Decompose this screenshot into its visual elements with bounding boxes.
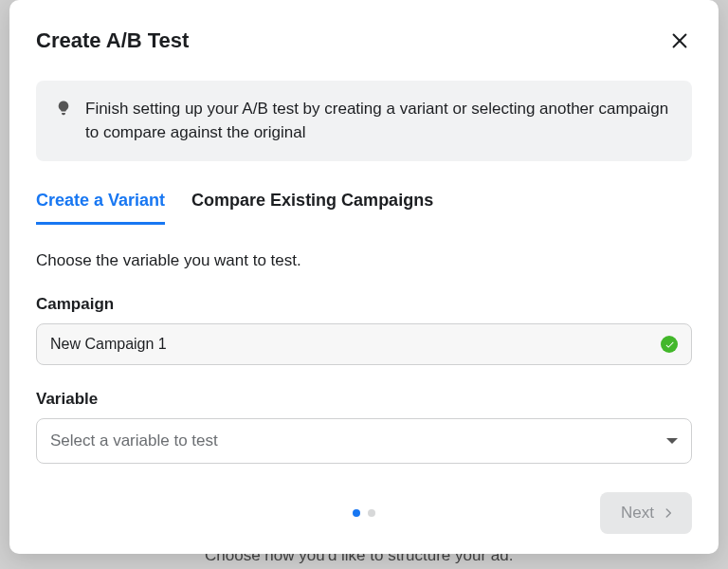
info-banner: Finish setting up your A/B test by creat… [36, 81, 692, 161]
step-dot-2 [368, 509, 375, 517]
tab-create-variant[interactable]: Create a Variant [36, 191, 165, 225]
next-button[interactable]: Next [600, 492, 692, 534]
campaign-value: New Campaign 1 [50, 336, 167, 353]
chevron-right-icon [662, 506, 675, 520]
next-button-label: Next [621, 504, 654, 523]
variable-select[interactable]: Select a variable to test [36, 418, 692, 464]
close-icon [669, 30, 690, 51]
modal-footer: Next [36, 491, 692, 535]
step-indicator [353, 509, 375, 517]
tab-compare-campaigns[interactable]: Compare Existing Campaigns [191, 191, 433, 225]
ab-test-modal: Create A/B Test Finish setting up your A… [9, 0, 719, 554]
modal-header: Create A/B Test [36, 28, 692, 56]
close-button[interactable] [667, 28, 692, 56]
campaign-label: Campaign [36, 295, 692, 314]
prompt-text: Choose the variable you want to test. [36, 251, 692, 270]
variable-placeholder: Select a variable to test [50, 431, 218, 450]
variable-label: Variable [36, 390, 692, 409]
chevron-down-icon [666, 438, 678, 444]
lightbulb-icon [55, 100, 72, 120]
step-dot-1 [353, 509, 360, 517]
campaign-pill[interactable]: New Campaign 1 [36, 323, 692, 365]
tabs: Create a Variant Compare Existing Campai… [36, 190, 692, 225]
info-text: Finish setting up your A/B test by creat… [85, 98, 673, 144]
check-icon [661, 336, 678, 353]
modal-title: Create A/B Test [36, 28, 189, 53]
